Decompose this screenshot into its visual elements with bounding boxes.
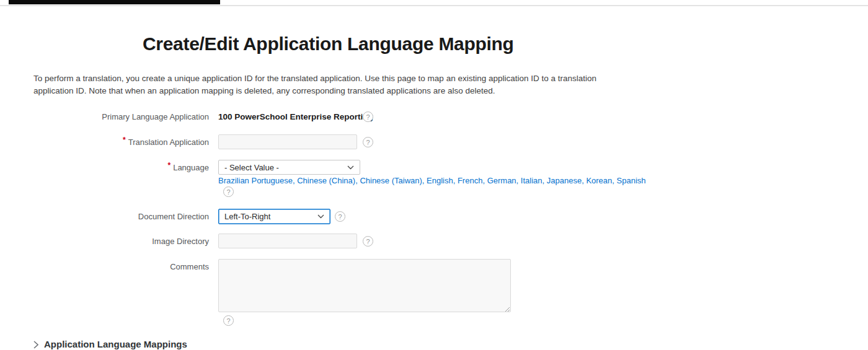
primary-language-value: 100 PowerSchool Enterprise Reporting xyxy=(218,112,373,121)
required-marker: * xyxy=(123,136,126,144)
region-header-application-language-mappings[interactable]: Application Language Mappings xyxy=(33,339,187,349)
top-progress-bar xyxy=(9,0,220,4)
intro-text: To perform a translation, you create a u… xyxy=(33,72,629,97)
chevron-down-icon xyxy=(347,165,354,170)
region-title: Application Language Mappings xyxy=(44,339,187,349)
language-quick-pick-link[interactable]: English xyxy=(427,176,453,185)
translation-application-input[interactable] xyxy=(218,134,357,149)
language-quick-pick-link[interactable]: Brazilian Portuguese xyxy=(218,176,293,185)
required-marker: * xyxy=(167,161,170,170)
image-directory-input[interactable] xyxy=(218,234,357,248)
language-quick-pick-link[interactable]: Korean xyxy=(586,176,612,185)
image-directory-label: Image Directory xyxy=(0,234,209,250)
language-quick-pick-link[interactable]: Chinese (China) xyxy=(297,176,355,185)
language-quick-pick-link[interactable]: Japanese xyxy=(547,176,582,185)
language-quick-pick-link[interactable]: Spanish xyxy=(617,176,646,185)
field-row-image-directory: Image Directory ? xyxy=(0,234,868,248)
language-quick-pick-link[interactable]: Chinese (Taiwan) xyxy=(360,176,422,185)
field-row-language: *Language - Select Value - Brazilian Por… xyxy=(0,160,868,198)
language-quick-picks: Brazilian Portuguese, Chinese (China), C… xyxy=(218,176,646,185)
language-label: *Language xyxy=(0,160,209,176)
comments-textarea[interactable] xyxy=(218,259,511,312)
comments-label: Comments xyxy=(0,262,209,272)
chevron-right-icon xyxy=(33,341,38,349)
language-quick-pick-link[interactable]: French xyxy=(458,176,482,185)
intro-line-1: To perform a translation, you create a u… xyxy=(33,72,629,85)
field-row-primary-language: Primary Language Application 100 PowerSc… xyxy=(0,110,868,124)
field-row-document-direction: Document Direction Left-To-Right ? xyxy=(0,209,868,224)
intro-line-2: application ID. Note that when an applic… xyxy=(33,85,629,97)
field-row-translation-application: *Translation Application ? xyxy=(0,134,868,149)
chevron-down-icon xyxy=(317,214,324,219)
help-icon[interactable]: ? xyxy=(223,186,234,197)
help-icon[interactable]: ? xyxy=(363,236,373,247)
document-direction-select[interactable]: Left-To-Right xyxy=(218,209,330,224)
header-divider xyxy=(0,5,868,6)
document-direction-label: Document Direction xyxy=(0,209,209,224)
field-row-comments: Comments ? xyxy=(0,259,868,327)
help-icon[interactable]: ? xyxy=(223,315,234,326)
translation-application-label: *Translation Application xyxy=(0,134,209,151)
help-icon[interactable]: ? xyxy=(363,112,373,122)
language-select-value: - Select Value - xyxy=(224,163,279,172)
page-title: Create/Edit Application Language Mapping xyxy=(143,33,514,55)
primary-language-label: Primary Language Application xyxy=(0,110,209,124)
help-icon[interactable]: ? xyxy=(363,137,373,147)
help-icon[interactable]: ? xyxy=(335,211,345,222)
language-quick-pick-link[interactable]: German xyxy=(487,176,516,185)
language-quick-pick-link[interactable]: Italian xyxy=(521,176,542,185)
document-direction-select-value: Left-To-Right xyxy=(224,212,270,221)
language-select[interactable]: - Select Value - xyxy=(218,160,360,175)
